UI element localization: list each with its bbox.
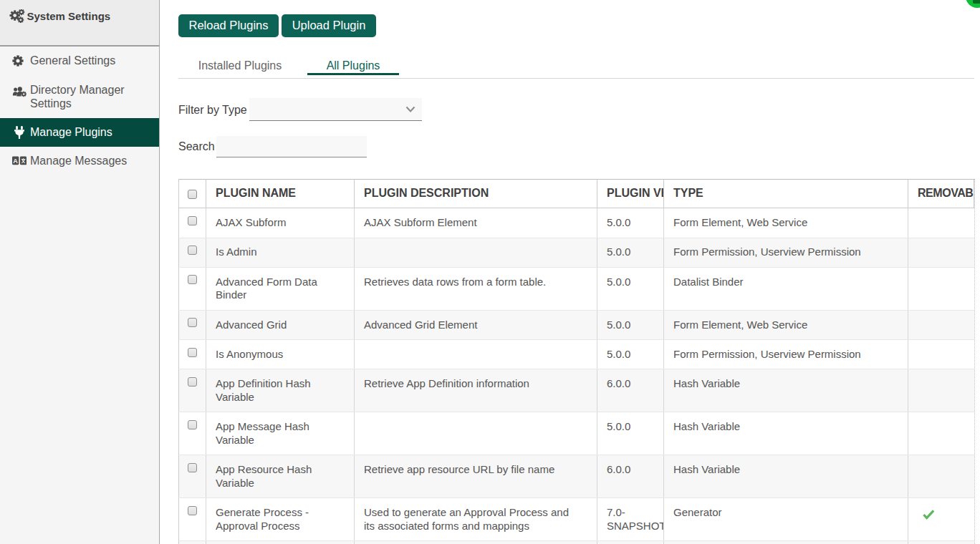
- svg-text:A: A: [13, 157, 18, 165]
